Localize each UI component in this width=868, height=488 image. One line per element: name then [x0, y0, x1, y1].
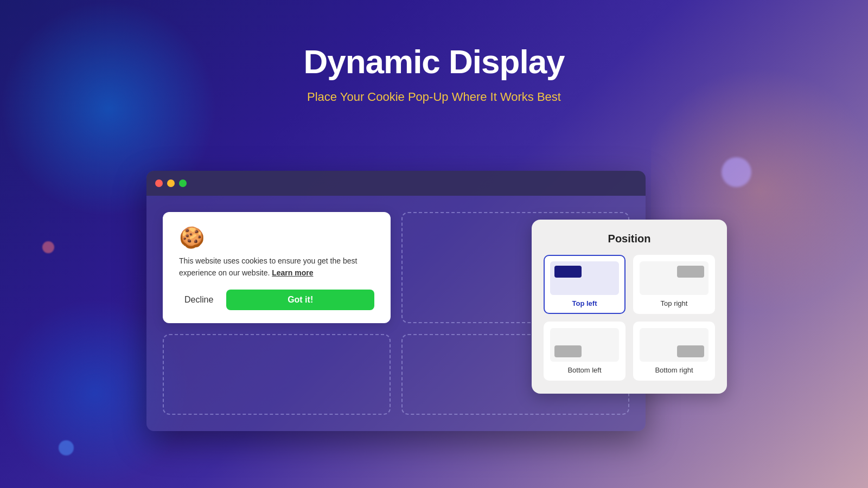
position-option-top-left[interactable]: Top left [544, 255, 626, 314]
position-preview-top-left [550, 261, 619, 295]
orb-mid-left [42, 241, 54, 253]
position-option-bottom-right[interactable]: Bottom right [633, 322, 715, 381]
cookie-popup: 🍪 This website uses cookies to ensure yo… [163, 212, 391, 323]
position-panel: Position Top left Top right Bottom left [532, 220, 727, 394]
cookie-icon: 🍪 [179, 227, 374, 248]
preview-indicator-top-right [677, 266, 704, 278]
traffic-light-green[interactable] [179, 179, 187, 187]
position-preview-bottom-right [640, 328, 709, 362]
learn-more-link[interactable]: Learn more [272, 268, 313, 277]
traffic-light-yellow[interactable] [167, 179, 175, 187]
position-panel-title: Position [544, 233, 715, 245]
position-preview-bottom-left [550, 328, 619, 362]
position-option-top-right[interactable]: Top right [633, 255, 715, 314]
decline-button[interactable]: Decline [179, 292, 219, 308]
page-subtitle: Place Your Cookie Pop-Up Where It Works … [0, 90, 868, 104]
position-label-bottom-right: Bottom right [655, 366, 693, 374]
position-label-top-right: Top right [661, 299, 688, 307]
placeholder-bottom-left [163, 334, 391, 415]
preview-indicator-bottom-left [554, 345, 582, 357]
page-title: Dynamic Display [0, 43, 868, 80]
cookie-buttons: Decline Got it! [179, 290, 374, 310]
position-label-bottom-left: Bottom left [567, 366, 601, 374]
orb-bottom-left [59, 440, 74, 455]
cookie-text: This website uses cookies to ensure you … [179, 255, 374, 279]
position-option-bottom-left[interactable]: Bottom left [544, 322, 626, 381]
got-it-button[interactable]: Got it! [226, 290, 374, 310]
position-preview-top-right [640, 261, 709, 295]
position-label-top-left: Top left [572, 299, 597, 307]
position-grid: Top left Top right Bottom left Bottom ri… [544, 255, 715, 381]
orb-top-right [722, 157, 751, 187]
preview-indicator-bottom-right [677, 345, 704, 357]
traffic-light-red[interactable] [155, 179, 163, 187]
page-header: Dynamic Display Place Your Cookie Pop-Up… [0, 0, 868, 104]
preview-indicator-top-left [554, 266, 582, 278]
browser-titlebar [146, 171, 646, 196]
